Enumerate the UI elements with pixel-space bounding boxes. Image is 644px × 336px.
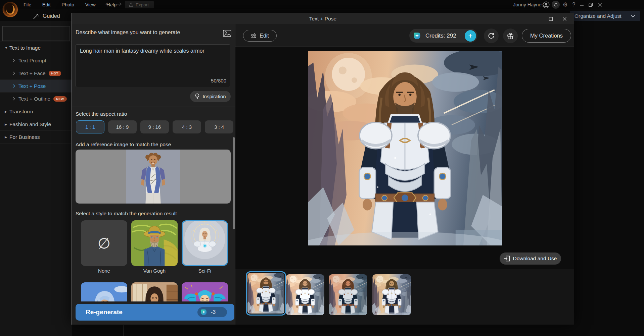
edit-button[interactable]: Edit xyxy=(243,30,277,42)
user-avatar-icon[interactable] xyxy=(542,1,550,8)
notifications-bell-icon[interactable] xyxy=(552,1,560,9)
sidebar-header-box xyxy=(2,26,70,41)
sidebar-item-label: Text + Pose xyxy=(18,83,46,89)
credits-label: Credits: 292 xyxy=(425,33,456,39)
triangle-right-icon: ▶ xyxy=(5,135,9,139)
regenerate-bar: Re-generate -3 xyxy=(72,301,235,325)
triangle-right-icon: ▶ xyxy=(5,110,9,113)
export-label: Export xyxy=(136,2,149,7)
hot-badge: HOT xyxy=(49,71,61,76)
chevron-right-icon xyxy=(13,84,15,88)
sidebar-item-label: Transform xyxy=(9,109,33,115)
sidebar-item-label: Text + Face xyxy=(18,70,46,76)
triangle-right-icon: ▶ xyxy=(5,123,9,126)
inspiration-button[interactable]: Inspiration xyxy=(190,91,231,102)
dialog-titlebar[interactable]: Text + Pose xyxy=(72,13,574,24)
style-option-van-gogh[interactable] xyxy=(131,220,178,266)
menu-view[interactable]: View xyxy=(81,0,100,9)
sidebar-item-fashion-style[interactable]: ▶ Fashion and Style xyxy=(0,118,72,131)
gift-button[interactable] xyxy=(503,29,518,43)
sidebar-item-text-pose[interactable]: Text + Pose xyxy=(0,80,72,93)
my-creations-button[interactable]: My Creations xyxy=(522,29,571,43)
sidebar-item-transform[interactable]: ▶ Transform xyxy=(0,105,72,118)
menu-file[interactable]: File xyxy=(19,0,36,9)
minimize-icon[interactable] xyxy=(578,1,586,8)
chevron-right-icon xyxy=(13,71,15,75)
sidebar-item-label: Text Prompt xyxy=(18,58,46,64)
sidebar-item-text-face[interactable]: Text + Face HOT xyxy=(0,67,72,80)
export-icon xyxy=(129,2,133,7)
aspect-option-9-16[interactable]: 9 : 16 xyxy=(140,120,169,133)
result-thumbnail-2[interactable] xyxy=(286,274,324,315)
generated-image[interactable] xyxy=(308,51,502,245)
download-icon xyxy=(504,256,510,262)
user-name[interactable]: Jonny Haynes xyxy=(513,0,544,9)
gift-icon xyxy=(507,33,514,40)
style-option-sci-fi[interactable] xyxy=(182,220,228,266)
text-pose-dialog: Text + Pose Describe what images you wan… xyxy=(72,13,574,325)
sidebar: ▼ Text to Image Text Prompt Text + Face … xyxy=(0,21,72,336)
export-button[interactable]: Export xyxy=(125,1,154,8)
regenerate-button[interactable]: Re-generate -3 xyxy=(76,304,234,321)
sliders-icon xyxy=(251,33,257,38)
style-option-none[interactable]: ∅ xyxy=(81,220,127,266)
app-logo-icon xyxy=(2,2,18,17)
toolbar-separator xyxy=(101,2,101,7)
divider xyxy=(72,107,235,107)
mode-selector-dropdown[interactable]: Organize and Adjust xyxy=(570,11,640,21)
redo-icon[interactable] xyxy=(115,2,123,8)
sidebar-item-text-outline[interactable]: Text + Outline NEW xyxy=(0,93,72,105)
sidebar-item-text-prompt[interactable]: Text Prompt xyxy=(0,54,72,67)
panel-scrollbar[interactable] xyxy=(233,137,235,229)
aspect-ratio-label: Select the aspect ratio xyxy=(76,111,127,117)
add-credits-button[interactable]: + xyxy=(465,30,476,42)
menu-edit[interactable]: Edit xyxy=(38,0,55,9)
pose-reference-image[interactable] xyxy=(76,150,231,204)
aspect-option-16-9[interactable]: 16 : 9 xyxy=(108,120,137,133)
refresh-icon xyxy=(488,32,495,40)
result-thumbnails-strip xyxy=(235,269,574,325)
aspect-option-1-1[interactable]: 1 : 1 xyxy=(76,120,104,133)
new-badge: NEW xyxy=(53,96,66,102)
none-style-icon: ∅ xyxy=(81,220,127,266)
credit-gem-icon xyxy=(413,32,421,40)
undo-icon[interactable] xyxy=(105,2,113,8)
character-counter: 50/800 xyxy=(201,78,226,83)
close-window-icon[interactable] xyxy=(596,1,604,8)
credits-display: Credits: 292 + xyxy=(409,29,477,43)
chevron-down-icon xyxy=(631,15,635,18)
regenerate-label: Re-generate xyxy=(86,309,123,316)
settings-gear-icon[interactable]: ⚙ xyxy=(561,1,569,8)
sidebar-item-for-business[interactable]: ▶ For Business xyxy=(0,131,72,144)
refresh-button[interactable] xyxy=(484,29,499,43)
result-thumbnail-1-selected[interactable] xyxy=(246,271,286,316)
guided-label: Guided xyxy=(43,13,60,19)
regenerate-cost: -3 xyxy=(211,309,216,315)
chevron-right-icon xyxy=(13,97,15,101)
credit-gem-icon xyxy=(200,309,208,316)
guided-button[interactable]: Guided xyxy=(33,11,60,21)
menu-photo[interactable]: Photo xyxy=(57,0,79,9)
mode-selector-label: Organize and Adjust xyxy=(574,13,622,19)
inspiration-label: Inspiration xyxy=(202,94,226,99)
edit-label: Edit xyxy=(260,33,269,39)
pose-reference-label: Add a reference image to match the pose xyxy=(76,142,171,148)
restore-window-icon[interactable] xyxy=(587,1,594,8)
aspect-option-3-4[interactable]: 3 : 4 xyxy=(205,120,233,133)
add-image-icon[interactable] xyxy=(223,29,232,38)
result-thumbnail-4[interactable] xyxy=(372,274,411,315)
style-label: Select a style to match the generation r… xyxy=(76,211,177,217)
download-and-use-button[interactable]: Download and Use xyxy=(500,253,561,265)
style-caption-sci-fi: Sci-Fi xyxy=(182,268,228,274)
dialog-close-icon[interactable] xyxy=(561,15,568,22)
sidebar-item-text-to-image[interactable]: ▼ Text to Image xyxy=(0,42,72,54)
aspect-option-4-3[interactable]: 4 : 3 xyxy=(173,120,201,133)
background-divider xyxy=(123,325,124,336)
dialog-maximize-icon[interactable] xyxy=(547,15,554,22)
prompt-label: Describe what images you want to generat… xyxy=(76,30,180,36)
credit-cost-pill: -3 xyxy=(197,307,227,317)
help-icon[interactable]: ? xyxy=(570,1,578,8)
style-caption-none: None xyxy=(81,268,127,274)
sidebar-item-label: Text + Outline xyxy=(18,96,50,102)
result-thumbnail-3[interactable] xyxy=(329,274,367,315)
